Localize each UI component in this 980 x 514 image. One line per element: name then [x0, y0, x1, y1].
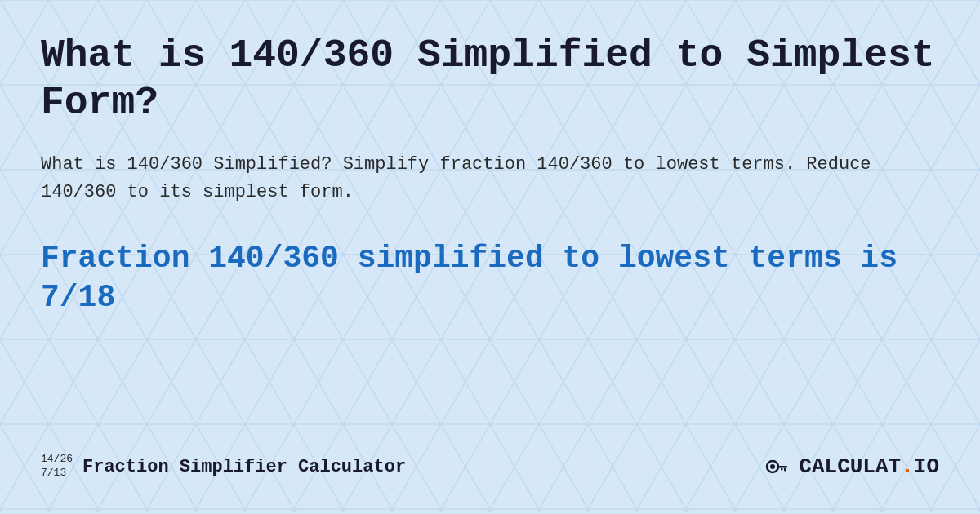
logo-icon — [763, 452, 792, 481]
svg-rect-7 — [781, 468, 783, 471]
fraction-top: 14/26 — [41, 453, 73, 467]
svg-point-4 — [770, 464, 775, 469]
page-title: What is 140/360 Simplified to Simplest F… — [41, 33, 939, 126]
fraction-bottom: 7/13 — [41, 467, 73, 481]
logo-dot: . — [901, 454, 914, 479]
svg-rect-6 — [784, 468, 786, 472]
fraction-stack: 14/26 7/13 — [41, 453, 73, 481]
logo-text: CALCULAT.IO — [799, 454, 939, 479]
brand-name: Fraction Simplifier Calculator — [82, 457, 406, 477]
result-text: Fraction 140/360 simplified to lowest te… — [41, 239, 939, 317]
logo-area: CALCULAT.IO — [763, 452, 939, 481]
svg-rect-5 — [777, 466, 787, 468]
description-text: What is 140/360 Simplified? Simplify fra… — [41, 151, 939, 206]
